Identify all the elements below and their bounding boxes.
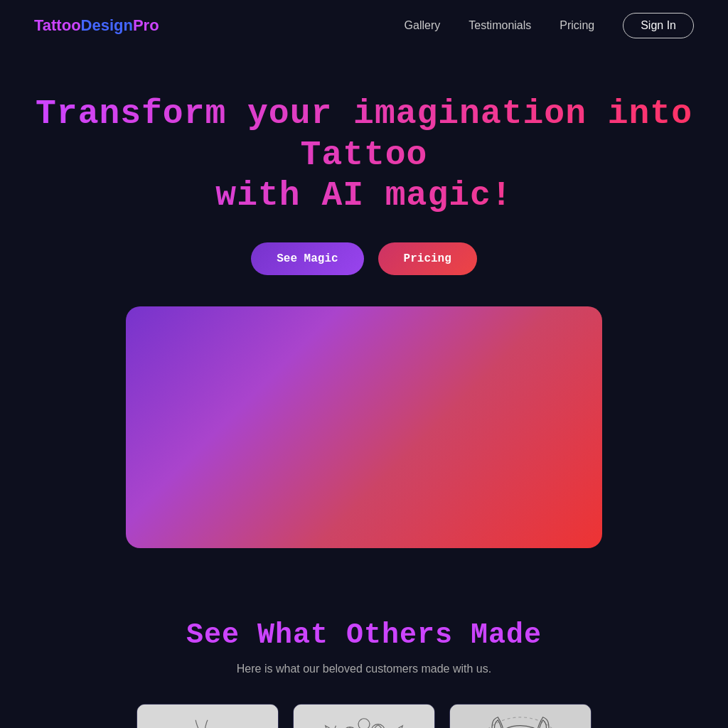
pricing-button[interactable]: Pricing bbox=[378, 242, 477, 275]
navbar: TattooDesignPro Gallery Testimonials Pri… bbox=[0, 0, 728, 51]
gallery-item-dragon bbox=[136, 704, 279, 728]
hero-section: Transform your imagination into Tattoowi… bbox=[0, 51, 728, 577]
svg-point-31 bbox=[470, 717, 571, 728]
svg-point-11 bbox=[371, 724, 385, 728]
gallery-title: See What Others Made bbox=[34, 619, 694, 651]
logo[interactable]: TattooDesignPro bbox=[34, 16, 159, 35]
gallery-grid bbox=[34, 704, 694, 728]
nav-pricing[interactable]: Pricing bbox=[560, 19, 594, 32]
hero-gradient-card bbox=[126, 306, 602, 548]
svg-point-12 bbox=[358, 719, 370, 728]
gallery-section: See What Others Made Here is what our be… bbox=[0, 577, 728, 728]
nav-gallery[interactable]: Gallery bbox=[405, 19, 441, 32]
logo-design: Design bbox=[81, 16, 133, 34]
nav-links: Gallery Testimonials Pricing Sign In bbox=[405, 13, 694, 38]
see-magic-button[interactable]: See Magic bbox=[251, 242, 363, 275]
logo-tattoo: Tattoo bbox=[34, 16, 81, 34]
gallery-item-wolf bbox=[449, 704, 592, 728]
svg-point-16 bbox=[482, 725, 560, 728]
signin-button[interactable]: Sign In bbox=[623, 13, 694, 38]
nav-testimonials[interactable]: Testimonials bbox=[469, 19, 531, 32]
logo-pro: Pro bbox=[133, 16, 159, 34]
gallery-subtitle: Here is what our beloved customers made … bbox=[34, 663, 694, 675]
hero-title: Transform your imagination into Tattoowi… bbox=[34, 94, 694, 217]
hero-buttons: See Magic Pricing bbox=[34, 242, 694, 275]
gallery-item-woman bbox=[293, 704, 435, 728]
